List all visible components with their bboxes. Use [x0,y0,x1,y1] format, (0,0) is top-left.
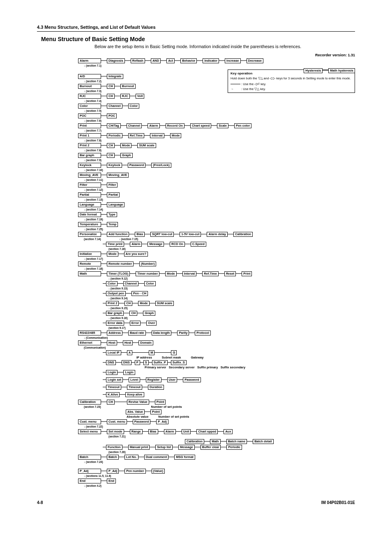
menu-box: Function [106,445,122,450]
menu-box: Lot No. [125,455,138,460]
menu-box: Increase [225,58,240,63]
menu-box: Channel [123,281,139,286]
menu-box: Act [166,58,175,63]
section-ref: (section 7.3) [78,90,101,92]
menu-box: POC [107,113,117,118]
menu-box: Bias [148,429,158,434]
menu-box: Aux [224,429,233,434]
menu-side: Initialize [78,252,101,257]
menu-box: P_Adj [107,469,119,474]
menu-box: Domain [138,340,153,345]
menu-box: Mode [165,271,177,276]
menu-box: CH/Tag [107,123,121,128]
menu-side: Batch [78,455,101,460]
menu-box: Integrate [107,74,123,79]
section-ref: (section 7.24) [78,460,103,463]
menu-box: End [107,479,116,483]
menu-box: Mode [120,143,132,148]
menu-box: Dual comment [144,455,169,460]
menu-box: Print [242,271,252,276]
menu-side: Burnout [78,84,101,89]
section-ref: (section 7.25) [78,228,103,231]
page-footer: 4-8 IM 04P02B01-01E [37,500,355,505]
section-ref: (section 7.17) [78,257,103,260]
section-ref: (section 7.9) [78,159,101,162]
menu-box: Mode [138,301,150,306]
menu-box: Color [144,281,156,286]
menu-box: Color [106,281,118,286]
menu-box: Login set [106,377,123,382]
menu-box: Color [128,104,140,109]
menu-box: C.Speed [191,242,206,247]
menu-box: Login [123,370,135,375]
menu-box: CH [107,143,115,148]
menu-box: Channel [107,104,122,109]
menu-box: Keylock [107,163,122,168]
menu-box: Host [107,340,117,345]
menu-side: Remote [78,261,101,266]
menu-side: RS422/485 [78,331,101,335]
menu-box: P [135,360,140,365]
footer-page: 4-8 [37,500,43,505]
menu-box: CH [107,84,115,89]
menu-box: Timer number [136,271,159,276]
menu-side: Keylock [78,163,101,168]
menu-box: Reflash [131,58,145,63]
menu-box: Time print [106,242,124,247]
menu-box: Indicator [203,58,219,63]
menu-box: Error [130,321,141,326]
menu-side: Language [78,202,101,207]
menu-box: Setup list [155,445,173,450]
menu-box: Select menu [78,429,101,434]
menu-box: Volt [136,94,145,99]
menu-box: CH [125,301,132,306]
menu-box: SUM scale [137,143,156,148]
section-ref: (section 7.8) [78,139,101,142]
menu-box: K.Alive [106,392,120,397]
menu-box: Partial [107,192,120,197]
menu-box: Scale [217,123,228,128]
menu-box: Alarm [164,429,176,434]
menu-box: Math [78,271,101,276]
menu-box: Calibration [78,400,101,405]
menu-box: Data length [152,331,172,335]
menu-box: Diagnosis [107,58,125,63]
section-ref: (sections 11.5, 11.6) [78,474,111,477]
menu-box: Print 2 [106,301,119,306]
menu-box: Register [146,377,161,382]
menu-box: G [171,350,177,355]
menu-box: Chart spped [196,429,218,434]
menu-box: Channel [127,123,142,128]
menu-side: Color [78,104,101,109]
section-ref: (section 7.22) [78,425,103,428]
version-text: Recorder version: 1.31 [37,53,355,57]
menu-box: Remote number [107,261,134,266]
menu-diagram: Key operation Hold down both the ▽△ and … [78,58,355,488]
menu-box: A [127,350,132,355]
menu-box: DNS [106,360,116,365]
menu-side: Print 1 [78,133,101,138]
menu-box: Hysteresis [304,68,323,73]
menu-box: Timeout [127,385,142,390]
menu-box: Timeout [106,385,121,390]
menu-box: Burnout [120,84,136,89]
menu-box: 1-5V low-cut [180,232,201,237]
section-ref: (section 7.6) [78,119,101,122]
menu-box: Behavior [180,58,197,63]
menu-box: Bias [135,232,145,237]
menu-box: Address [107,331,122,335]
section-ref: (section 7.14) [78,208,103,211]
menu-box: Pen←CH [131,291,148,296]
menu-box: Duration [148,385,164,390]
menu-box: DNS [122,360,131,365]
menu-box: Alarm [130,242,142,247]
menu-box: Graph [120,153,133,158]
menu-box: Timer (TLOG) [107,271,130,276]
menu-box: Alarm delay [207,232,228,237]
menu-box: Protocol [195,331,210,335]
menu-box: Pen number [125,469,145,474]
menu-side: Temperature [78,222,101,227]
menu-box: Cust. menu [107,419,127,424]
menu-box: S [143,360,149,365]
menu-box: Keep alive [125,392,144,397]
